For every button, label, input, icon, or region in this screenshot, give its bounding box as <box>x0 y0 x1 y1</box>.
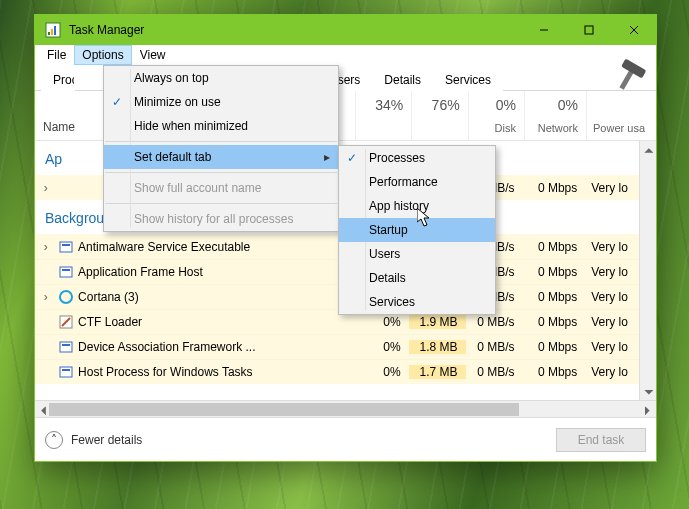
menubar: File Options View <box>35 45 656 65</box>
scrollbar-thumb[interactable] <box>49 403 519 416</box>
expand-icon[interactable]: › <box>35 290 57 304</box>
col-memory[interactable]: 76% <box>411 91 467 140</box>
col-cpu[interactable]: 34% <box>355 91 411 140</box>
end-task-button[interactable]: End task <box>556 428 646 452</box>
set-default-tab-submenu: ✓Processes Performance App history Start… <box>338 145 496 315</box>
check-icon: ✓ <box>112 95 122 109</box>
minimize-button[interactable] <box>521 15 566 45</box>
menu-item-hide-when-minimized[interactable]: Hide when minimized <box>104 114 338 138</box>
svg-point-12 <box>60 291 72 303</box>
menu-item-always-on-top[interactable]: Always on top <box>104 66 338 90</box>
process-icon <box>57 364 77 380</box>
table-row[interactable]: Host Process for Windows Tasks 0% 1.7 MB… <box>35 359 656 384</box>
menu-view[interactable]: View <box>132 45 174 65</box>
svg-rect-8 <box>60 242 72 252</box>
app-icon <box>45 22 61 38</box>
svg-rect-15 <box>62 344 70 346</box>
expand-icon[interactable]: › <box>35 181 57 195</box>
cursor-icon <box>417 208 433 228</box>
menu-item-minimize-on-use[interactable]: ✓Minimize on use <box>104 90 338 114</box>
col-power[interactable]: Power usa <box>586 91 656 140</box>
menu-item-set-default-tab[interactable]: Set default tab▸ <box>104 145 338 169</box>
svg-rect-1 <box>48 32 50 35</box>
hammer-icon <box>610 55 650 95</box>
tab-services[interactable]: Services <box>433 68 503 91</box>
process-name: Application Frame Host <box>76 265 334 279</box>
svg-rect-17 <box>62 369 70 371</box>
svg-rect-5 <box>585 26 593 34</box>
svg-rect-19 <box>621 59 646 79</box>
scrollbar-horizontal[interactable]: ⏴ ⏵ <box>35 400 656 417</box>
col-disk[interactable]: 0%Disk <box>468 91 524 140</box>
process-name: Antimalware Service Executable <box>76 240 334 254</box>
close-button[interactable] <box>611 15 656 45</box>
svg-rect-10 <box>60 267 72 277</box>
process-name: CTF Loader <box>76 315 334 329</box>
menu-file[interactable]: File <box>39 45 74 65</box>
check-icon: ✓ <box>347 151 357 165</box>
cortana-icon <box>57 289 77 305</box>
process-name: Device Association Framework ... <box>76 340 334 354</box>
scroll-right-icon[interactable]: ⏵ <box>639 401 656 418</box>
titlebar[interactable]: Task Manager <box>35 15 656 45</box>
menu-item-show-full-account-name: Show full account name <box>104 176 338 200</box>
window-title: Task Manager <box>69 23 144 37</box>
table-row[interactable]: Device Association Framework ... 0% 1.8 … <box>35 334 656 359</box>
process-icon <box>57 239 77 255</box>
network-value: 0 Mbps <box>522 181 585 195</box>
footer: ˄ Fewer details End task <box>35 417 656 461</box>
submenu-item-processes[interactable]: ✓Processes <box>339 146 495 170</box>
expand-icon[interactable]: › <box>35 240 57 254</box>
submenu-item-services[interactable]: Services <box>339 290 495 314</box>
fewer-details-button[interactable]: ˄ Fewer details <box>45 431 142 449</box>
process-name: Host Process for Windows Tasks <box>76 365 334 379</box>
scroll-down-icon[interactable]: ⏷ <box>640 383 656 400</box>
scroll-up-icon[interactable]: ⏶ <box>640 141 656 158</box>
svg-rect-11 <box>62 269 70 271</box>
submenu-item-details[interactable]: Details <box>339 266 495 290</box>
svg-rect-2 <box>51 29 53 35</box>
svg-rect-3 <box>54 26 56 35</box>
process-icon <box>57 264 77 280</box>
svg-rect-9 <box>62 244 70 246</box>
scrollbar-vertical[interactable]: ⏶ ⏷ <box>639 141 656 400</box>
submenu-item-performance[interactable]: Performance <box>339 170 495 194</box>
process-name: Cortana (3) <box>76 290 334 304</box>
col-network[interactable]: 0%Network <box>524 91 586 140</box>
tab-processes[interactable]: Proc <box>41 68 75 91</box>
svg-rect-16 <box>60 367 72 377</box>
submenu-arrow-icon: ▸ <box>324 150 330 164</box>
menu-item-show-history: Show history for all processes <box>104 207 338 231</box>
process-icon <box>57 314 77 330</box>
chevron-up-icon: ˄ <box>45 431 63 449</box>
options-menu: Always on top ✓Minimize on use Hide when… <box>103 65 339 232</box>
task-manager-window: Task Manager File Options View Proc User… <box>34 14 657 462</box>
menu-options[interactable]: Options <box>74 45 131 65</box>
maximize-button[interactable] <box>566 15 611 45</box>
tab-details[interactable]: Details <box>372 68 433 91</box>
submenu-item-users[interactable]: Users <box>339 242 495 266</box>
svg-rect-14 <box>60 342 72 352</box>
process-icon <box>57 339 77 355</box>
